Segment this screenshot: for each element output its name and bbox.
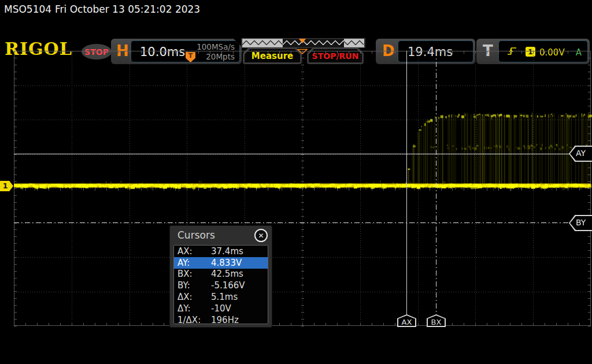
channel-status-bar: 1 5.00V +200mV 2 100mV 0.00V 3: [0, 329, 592, 364]
cursors-readout-list: AX:37.4ms AY:4.833V BX:42.5ms BY:-5.166V…: [173, 245, 268, 324]
cursor-row-label: AY:: [177, 258, 211, 268]
cursor-row-label: BX:: [177, 269, 211, 279]
cursor-row-value: 37.4ms: [211, 246, 243, 257]
waveform-preview-bar[interactable]: [241, 38, 365, 48]
cursor-row-label: ΔY:: [177, 303, 211, 314]
cursor-row-value: 4.833V: [211, 258, 242, 268]
close-icon[interactable]: ✕: [254, 229, 268, 242]
cursor-row-inv-dx: 1/ΔX:196Hz: [174, 314, 268, 324]
waveform-display[interactable]: [0, 49, 592, 329]
cursor-row-ay-selected[interactable]: AY:4.833V: [174, 257, 268, 269]
waveform-preview-canvas: [241, 38, 365, 48]
cursor-row-value: 42.5ms: [211, 269, 243, 279]
cursor-row-value: 196Hz: [211, 315, 239, 324]
status-bar: MSO5104 Fri October 13 05:21:02 2023: [0, 0, 592, 17]
header-bar: RIGOL STOP H 10.0ms 100MSa/s 20Mpts Meas…: [0, 17, 592, 49]
cursor-bx-label: BX: [427, 318, 446, 326]
cursors-dialog-title: Cursors: [177, 229, 215, 241]
cursor-ax-label: AX: [397, 318, 416, 326]
cursor-row-label: AX:: [177, 246, 211, 257]
cursor-row-dx: ΔX:5.1ms: [174, 291, 268, 303]
cursor-by-label: BY: [576, 218, 586, 227]
cursor-row-label: 1/ΔX:: [177, 315, 211, 324]
datetime: Fri October 13 05:21:02 2023: [55, 3, 200, 15]
cursor-row-by: BY:-5.166V: [174, 280, 268, 291]
cursor-row-value: -10V: [211, 303, 231, 314]
cursor-row-value: 5.1ms: [211, 292, 238, 302]
model-name: MSO5104: [4, 3, 51, 15]
cursor-row-ax: AX:37.4ms: [174, 246, 268, 257]
cursor-ay-label: AY: [576, 148, 586, 158]
cursor-row-value: -5.166V: [211, 280, 245, 291]
cursor-row-dy: ΔY:-10V: [174, 303, 268, 314]
cursor-row-bx: BX:42.5ms: [174, 269, 268, 280]
cursor-row-label: BY:: [177, 280, 211, 291]
cursors-dialog: Cursors ✕ AX:37.4ms AY:4.833V BX:42.5ms …: [169, 225, 272, 328]
cursor-row-label: ΔX:: [177, 292, 211, 302]
oscilloscope-screen: MSO5104 Fri October 13 05:21:02 2023 RIG…: [0, 0, 592, 364]
